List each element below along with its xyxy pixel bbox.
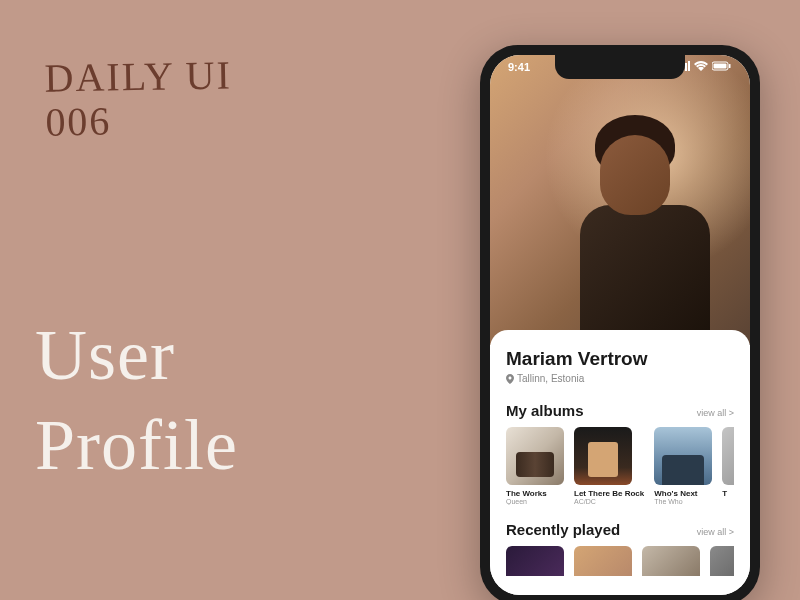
recent-row[interactable] — [506, 546, 734, 576]
recent-item[interactable] — [506, 546, 564, 576]
profile-hero-image — [490, 55, 750, 345]
album-title: T — [722, 489, 734, 498]
album-artist: The Who — [654, 498, 712, 505]
albums-view-all-link[interactable]: view all > — [697, 408, 734, 418]
wifi-icon — [694, 61, 708, 73]
album-artist: AC/DC — [574, 498, 644, 505]
recent-view-all-link[interactable]: view all > — [697, 527, 734, 537]
heading-line-1: DAILY UI — [44, 53, 232, 100]
album-item[interactable]: The Works Queen — [506, 427, 564, 505]
album-cover — [722, 427, 734, 485]
svg-rect-2 — [729, 64, 731, 68]
profile-location: Tallinn, Estonia — [506, 373, 734, 384]
album-title: Let There Be Rock — [574, 489, 644, 498]
phone-device-frame: 9:41 Mariam Vertrow — [480, 45, 760, 600]
daily-ui-heading: DAILY UI 006 — [44, 53, 233, 144]
recent-item[interactable] — [574, 546, 632, 576]
phone-notch — [555, 55, 685, 79]
title-line-1: User — [35, 310, 238, 400]
album-artist: Queen — [506, 498, 564, 505]
page-title-handwritten: User Profile — [35, 310, 238, 490]
profile-location-text: Tallinn, Estonia — [517, 373, 584, 384]
albums-row[interactable]: The Works Queen Let There Be Rock AC/DC … — [506, 427, 734, 505]
album-item[interactable]: Who's Next The Who — [654, 427, 712, 505]
battery-icon — [712, 61, 732, 73]
recent-item[interactable] — [642, 546, 700, 576]
album-cover — [506, 427, 564, 485]
album-title: The Works — [506, 489, 564, 498]
svg-rect-1 — [714, 64, 727, 69]
recent-section-header: Recently played view all > — [506, 521, 734, 538]
title-line-2: Profile — [35, 400, 238, 490]
heading-line-2: 006 — [45, 97, 233, 144]
albums-section-header: My albums view all > — [506, 402, 734, 419]
recent-section-title: Recently played — [506, 521, 620, 538]
album-item[interactable]: Let There Be Rock AC/DC — [574, 427, 644, 505]
albums-section-title: My albums — [506, 402, 584, 419]
profile-content-card[interactable]: Mariam Vertrow Tallinn, Estonia My album… — [490, 330, 750, 595]
album-title: Who's Next — [654, 489, 712, 498]
status-time: 9:41 — [508, 61, 530, 73]
album-cover — [654, 427, 712, 485]
profile-name: Mariam Vertrow — [506, 348, 734, 370]
recent-item[interactable] — [710, 546, 734, 576]
phone-screen: 9:41 Mariam Vertrow — [490, 55, 750, 595]
album-cover — [574, 427, 632, 485]
location-pin-icon — [506, 374, 514, 384]
album-item[interactable]: T — [722, 427, 734, 505]
profile-photo-person — [550, 105, 730, 345]
